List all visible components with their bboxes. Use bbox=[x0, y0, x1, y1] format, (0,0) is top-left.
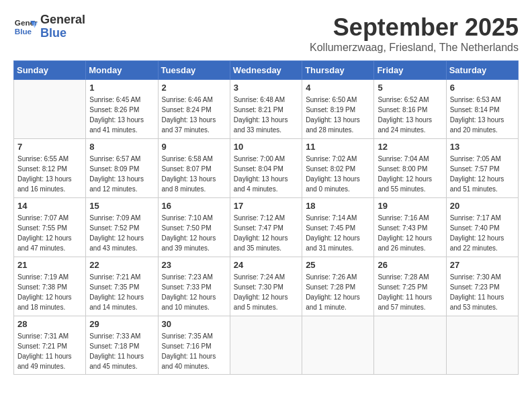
day-info: Sunrise: 7:00 AM Sunset: 8:04 PM Dayligh… bbox=[234, 154, 298, 194]
header-cell-wednesday: Wednesday bbox=[230, 61, 302, 80]
day-number: 12 bbox=[378, 142, 442, 152]
calendar-table: SundayMondayTuesdayWednesdayThursdayFrid… bbox=[13, 60, 519, 375]
header-cell-thursday: Thursday bbox=[302, 61, 374, 80]
header-cell-saturday: Saturday bbox=[446, 61, 518, 80]
day-cell: 10Sunrise: 7:00 AM Sunset: 8:04 PM Dayli… bbox=[230, 139, 302, 198]
day-cell: 8Sunrise: 6:57 AM Sunset: 8:09 PM Daylig… bbox=[86, 139, 158, 198]
week-row-3: 21Sunrise: 7:19 AM Sunset: 7:38 PM Dayli… bbox=[14, 257, 519, 316]
day-info: Sunrise: 6:52 AM Sunset: 8:16 PM Dayligh… bbox=[378, 95, 442, 135]
header-cell-sunday: Sunday bbox=[14, 61, 86, 80]
day-cell: 29Sunrise: 7:33 AM Sunset: 7:18 PM Dayli… bbox=[86, 316, 158, 375]
month-title: September 2025 bbox=[310, 13, 519, 42]
day-cell: 7Sunrise: 6:55 AM Sunset: 8:12 PM Daylig… bbox=[14, 139, 86, 198]
day-info: Sunrise: 7:35 AM Sunset: 7:16 PM Dayligh… bbox=[162, 331, 226, 371]
logo: General Blue General Blue bbox=[13, 13, 85, 40]
day-number: 13 bbox=[450, 142, 515, 152]
day-cell: 27Sunrise: 7:30 AM Sunset: 7:23 PM Dayli… bbox=[446, 257, 518, 316]
day-info: Sunrise: 7:02 AM Sunset: 8:02 PM Dayligh… bbox=[306, 154, 370, 194]
day-info: Sunrise: 7:23 AM Sunset: 7:33 PM Dayligh… bbox=[162, 272, 226, 312]
day-info: Sunrise: 6:53 AM Sunset: 8:14 PM Dayligh… bbox=[450, 95, 515, 135]
day-info: Sunrise: 6:57 AM Sunset: 8:09 PM Dayligh… bbox=[89, 154, 154, 194]
day-cell: 22Sunrise: 7:21 AM Sunset: 7:35 PM Dayli… bbox=[86, 257, 158, 316]
day-info: Sunrise: 7:09 AM Sunset: 7:52 PM Dayligh… bbox=[89, 213, 154, 253]
week-row-2: 14Sunrise: 7:07 AM Sunset: 7:55 PM Dayli… bbox=[14, 198, 519, 257]
day-cell: 3Sunrise: 6:48 AM Sunset: 8:21 PM Daylig… bbox=[230, 80, 302, 139]
logo-line1: General bbox=[40, 13, 85, 27]
header-cell-monday: Monday bbox=[86, 61, 158, 80]
day-info: Sunrise: 6:55 AM Sunset: 8:12 PM Dayligh… bbox=[17, 154, 82, 194]
title-block: September 2025 Kollumerzwaag, Friesland,… bbox=[310, 13, 519, 54]
day-number: 27 bbox=[450, 260, 515, 270]
day-number: 11 bbox=[306, 142, 370, 152]
day-info: Sunrise: 7:21 AM Sunset: 7:35 PM Dayligh… bbox=[89, 272, 154, 312]
day-cell: 18Sunrise: 7:14 AM Sunset: 7:45 PM Dayli… bbox=[302, 198, 374, 257]
day-info: Sunrise: 7:04 AM Sunset: 8:00 PM Dayligh… bbox=[378, 154, 442, 194]
day-number: 3 bbox=[234, 83, 298, 93]
day-info: Sunrise: 7:05 AM Sunset: 7:57 PM Dayligh… bbox=[450, 154, 515, 194]
day-cell: 9Sunrise: 6:58 AM Sunset: 8:07 PM Daylig… bbox=[158, 139, 230, 198]
day-number: 26 bbox=[378, 260, 442, 270]
calendar-header-row: SundayMondayTuesdayWednesdayThursdayFrid… bbox=[14, 61, 519, 80]
day-cell bbox=[230, 316, 302, 375]
day-number: 6 bbox=[450, 83, 515, 93]
day-number: 21 bbox=[17, 260, 82, 270]
day-cell: 15Sunrise: 7:09 AM Sunset: 7:52 PM Dayli… bbox=[86, 198, 158, 257]
logo-line2: Blue bbox=[40, 27, 85, 40]
day-cell: 12Sunrise: 7:04 AM Sunset: 8:00 PM Dayli… bbox=[374, 139, 446, 198]
day-number: 4 bbox=[306, 83, 370, 93]
header-cell-tuesday: Tuesday bbox=[158, 61, 230, 80]
day-cell: 26Sunrise: 7:28 AM Sunset: 7:25 PM Dayli… bbox=[374, 257, 446, 316]
day-number: 19 bbox=[378, 201, 442, 211]
day-cell: 24Sunrise: 7:24 AM Sunset: 7:30 PM Dayli… bbox=[230, 257, 302, 316]
svg-text:Blue: Blue bbox=[15, 27, 32, 36]
day-number: 25 bbox=[306, 260, 370, 270]
day-cell: 23Sunrise: 7:23 AM Sunset: 7:33 PM Dayli… bbox=[158, 257, 230, 316]
day-info: Sunrise: 6:45 AM Sunset: 8:26 PM Dayligh… bbox=[89, 95, 154, 135]
day-info: Sunrise: 7:31 AM Sunset: 7:21 PM Dayligh… bbox=[17, 331, 82, 371]
day-cell: 16Sunrise: 7:10 AM Sunset: 7:50 PM Dayli… bbox=[158, 198, 230, 257]
day-cell: 28Sunrise: 7:31 AM Sunset: 7:21 PM Dayli… bbox=[14, 316, 86, 375]
day-info: Sunrise: 7:16 AM Sunset: 7:43 PM Dayligh… bbox=[378, 213, 442, 253]
day-number: 28 bbox=[17, 319, 82, 329]
day-info: Sunrise: 7:14 AM Sunset: 7:45 PM Dayligh… bbox=[306, 213, 370, 253]
day-number: 30 bbox=[162, 319, 226, 329]
day-cell bbox=[14, 80, 86, 139]
week-row-0: 1Sunrise: 6:45 AM Sunset: 8:26 PM Daylig… bbox=[14, 80, 519, 139]
day-info: Sunrise: 6:50 AM Sunset: 8:19 PM Dayligh… bbox=[306, 95, 370, 135]
day-info: Sunrise: 6:58 AM Sunset: 8:07 PM Dayligh… bbox=[162, 154, 226, 194]
day-cell: 4Sunrise: 6:50 AM Sunset: 8:19 PM Daylig… bbox=[302, 80, 374, 139]
day-number: 1 bbox=[89, 83, 154, 93]
day-cell: 1Sunrise: 6:45 AM Sunset: 8:26 PM Daylig… bbox=[86, 80, 158, 139]
day-info: Sunrise: 7:19 AM Sunset: 7:38 PM Dayligh… bbox=[17, 272, 82, 312]
day-cell: 30Sunrise: 7:35 AM Sunset: 7:16 PM Dayli… bbox=[158, 316, 230, 375]
day-cell: 11Sunrise: 7:02 AM Sunset: 8:02 PM Dayli… bbox=[302, 139, 374, 198]
day-info: Sunrise: 7:07 AM Sunset: 7:55 PM Dayligh… bbox=[17, 213, 82, 253]
day-cell: 19Sunrise: 7:16 AM Sunset: 7:43 PM Dayli… bbox=[374, 198, 446, 257]
calendar-body: 1Sunrise: 6:45 AM Sunset: 8:26 PM Daylig… bbox=[14, 80, 519, 375]
day-number: 5 bbox=[378, 83, 442, 93]
day-info: Sunrise: 7:26 AM Sunset: 7:28 PM Dayligh… bbox=[306, 272, 370, 312]
day-cell: 14Sunrise: 7:07 AM Sunset: 7:55 PM Dayli… bbox=[14, 198, 86, 257]
day-cell bbox=[446, 316, 518, 375]
day-number: 9 bbox=[162, 142, 226, 152]
day-number: 7 bbox=[17, 142, 82, 152]
day-info: Sunrise: 6:46 AM Sunset: 8:24 PM Dayligh… bbox=[162, 95, 226, 135]
day-cell bbox=[302, 316, 374, 375]
day-cell: 25Sunrise: 7:26 AM Sunset: 7:28 PM Dayli… bbox=[302, 257, 374, 316]
day-info: Sunrise: 7:30 AM Sunset: 7:23 PM Dayligh… bbox=[450, 272, 515, 312]
day-info: Sunrise: 7:24 AM Sunset: 7:30 PM Dayligh… bbox=[234, 272, 298, 312]
day-cell: 20Sunrise: 7:17 AM Sunset: 7:40 PM Dayli… bbox=[446, 198, 518, 257]
day-info: Sunrise: 7:17 AM Sunset: 7:40 PM Dayligh… bbox=[450, 213, 515, 253]
day-cell: 6Sunrise: 6:53 AM Sunset: 8:14 PM Daylig… bbox=[446, 80, 518, 139]
day-cell: 17Sunrise: 7:12 AM Sunset: 7:47 PM Dayli… bbox=[230, 198, 302, 257]
location: Kollumerzwaag, Friesland, The Netherland… bbox=[310, 42, 519, 54]
week-row-4: 28Sunrise: 7:31 AM Sunset: 7:21 PM Dayli… bbox=[14, 316, 519, 375]
day-number: 29 bbox=[89, 319, 154, 329]
day-number: 24 bbox=[234, 260, 298, 270]
day-cell: 13Sunrise: 7:05 AM Sunset: 7:57 PM Dayli… bbox=[446, 139, 518, 198]
day-number: 17 bbox=[234, 201, 298, 211]
page-header: General Blue General Blue September 2025… bbox=[13, 13, 519, 54]
day-number: 23 bbox=[162, 260, 226, 270]
day-cell: 21Sunrise: 7:19 AM Sunset: 7:38 PM Dayli… bbox=[14, 257, 86, 316]
day-cell: 5Sunrise: 6:52 AM Sunset: 8:16 PM Daylig… bbox=[374, 80, 446, 139]
